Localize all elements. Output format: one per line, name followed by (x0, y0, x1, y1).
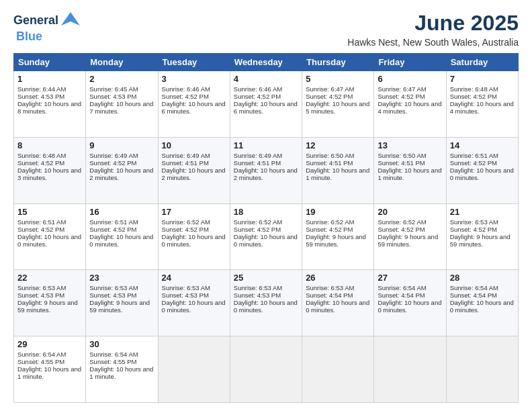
sunset-text: Sunset: 4:51 PM (306, 159, 353, 167)
day-number: 22 (17, 273, 82, 283)
calendar-title: June 2025 (347, 11, 519, 36)
sunset-text: Sunset: 4:54 PM (378, 291, 425, 299)
day-number: 26 (306, 273, 370, 283)
sunset-text: Sunset: 4:53 PM (89, 291, 136, 299)
daylight-text: Daylight: 10 hours and 0 minutes. (306, 299, 369, 314)
day-number: 28 (450, 273, 515, 283)
logo: General Blue (13, 11, 80, 44)
sunrise-text: Sunrise: 6:48 AM (17, 152, 66, 159)
daylight-text: Daylight: 10 hours and 5 minutes. (306, 100, 369, 115)
daylight-text: Daylight: 9 hours and 59 minutes. (17, 299, 78, 314)
day-number: 9 (89, 140, 154, 150)
calendar-subtitle: Hawks Nest, New South Wales, Australia (347, 37, 519, 48)
week-row-5: 29Sunrise: 6:54 AMSunset: 4:55 PMDayligh… (14, 336, 519, 403)
week-row-3: 15Sunrise: 6:51 AMSunset: 4:52 PMDayligh… (14, 203, 519, 270)
calendar-cell: 30Sunrise: 6:54 AMSunset: 4:55 PMDayligh… (86, 336, 158, 403)
day-number: 8 (17, 140, 82, 150)
calendar-cell: 26Sunrise: 6:53 AMSunset: 4:54 PMDayligh… (302, 270, 374, 336)
daylight-text: Daylight: 10 hours and 0 minutes. (89, 233, 153, 248)
sunset-text: Sunset: 4:52 PM (162, 226, 209, 233)
daylight-text: Daylight: 10 hours and 1 minute. (17, 365, 81, 380)
calendar-cell: 14Sunrise: 6:51 AMSunset: 4:52 PMDayligh… (446, 137, 518, 203)
day-number: 2 (89, 74, 154, 84)
sunrise-text: Sunrise: 6:53 AM (306, 284, 354, 291)
daylight-text: Daylight: 10 hours and 0 minutes. (234, 299, 298, 314)
week-row-1: 1Sunrise: 6:44 AMSunset: 4:53 PMDaylight… (14, 71, 519, 138)
sunset-text: Sunset: 4:53 PM (17, 291, 64, 299)
calendar-cell: 16Sunrise: 6:51 AMSunset: 4:52 PMDayligh… (86, 203, 158, 270)
sunrise-text: Sunrise: 6:45 AM (89, 85, 138, 93)
daylight-text: Daylight: 10 hours and 0 minutes. (450, 167, 514, 181)
calendar-cell: 8Sunrise: 6:48 AMSunset: 4:52 PMDaylight… (14, 137, 86, 203)
calendar-cell: 12Sunrise: 6:50 AMSunset: 4:51 PMDayligh… (302, 137, 374, 203)
calendar-cell: 20Sunrise: 6:52 AMSunset: 4:52 PMDayligh… (374, 203, 446, 270)
daylight-text: Daylight: 10 hours and 7 minutes. (89, 100, 153, 115)
daylight-text: Daylight: 10 hours and 8 minutes. (17, 100, 81, 115)
header-tuesday: Tuesday (158, 54, 230, 71)
header-sunday: Sunday (14, 54, 86, 71)
calendar-cell (158, 336, 230, 403)
sunrise-text: Sunrise: 6:54 AM (89, 351, 138, 358)
calendar-cell: 29Sunrise: 6:54 AMSunset: 4:55 PMDayligh… (14, 336, 86, 403)
sunset-text: Sunset: 4:52 PM (89, 159, 136, 167)
calendar-cell: 11Sunrise: 6:49 AMSunset: 4:51 PMDayligh… (230, 137, 302, 203)
sunset-text: Sunset: 4:52 PM (306, 93, 353, 100)
calendar-cell: 13Sunrise: 6:50 AMSunset: 4:51 PMDayligh… (374, 137, 446, 203)
day-number: 20 (378, 207, 442, 217)
daylight-text: Daylight: 9 hours and 59 minutes. (378, 233, 438, 248)
day-number: 29 (17, 339, 82, 349)
calendar-cell: 3Sunrise: 6:46 AMSunset: 4:52 PMDaylight… (158, 71, 230, 138)
sunrise-text: Sunrise: 6:47 AM (378, 85, 426, 93)
calendar-cell (302, 336, 374, 403)
day-number: 18 (234, 207, 298, 217)
header-saturday: Saturday (446, 54, 518, 71)
daylight-text: Daylight: 10 hours and 3 minutes. (17, 167, 81, 181)
daylight-text: Daylight: 10 hours and 4 minutes. (450, 100, 514, 115)
day-number: 16 (89, 207, 154, 217)
daylight-text: Daylight: 10 hours and 4 minutes. (378, 100, 441, 115)
header-wednesday: Wednesday (230, 54, 302, 71)
sunset-text: Sunset: 4:54 PM (450, 291, 497, 299)
svg-marker-0 (61, 12, 80, 26)
sunset-text: Sunset: 4:51 PM (162, 159, 209, 167)
daylight-text: Daylight: 10 hours and 1 minute. (378, 167, 441, 181)
sunset-text: Sunset: 4:52 PM (378, 93, 425, 100)
daylight-text: Daylight: 10 hours and 0 minutes. (162, 299, 226, 314)
calendar-cell: 19Sunrise: 6:52 AMSunset: 4:52 PMDayligh… (302, 203, 374, 270)
sunset-text: Sunset: 4:53 PM (17, 93, 64, 100)
sunset-text: Sunset: 4:52 PM (378, 226, 425, 233)
sunrise-text: Sunrise: 6:49 AM (162, 152, 210, 159)
daylight-text: Daylight: 10 hours and 0 minutes. (17, 233, 81, 248)
day-number: 27 (378, 273, 442, 283)
week-row-2: 8Sunrise: 6:48 AMSunset: 4:52 PMDaylight… (14, 137, 519, 203)
sunrise-text: Sunrise: 6:52 AM (306, 218, 354, 226)
calendar-cell: 17Sunrise: 6:52 AMSunset: 4:52 PMDayligh… (158, 203, 230, 270)
day-number: 4 (234, 74, 298, 84)
sunrise-text: Sunrise: 6:46 AM (234, 85, 282, 93)
header-monday: Monday (86, 54, 158, 71)
calendar-cell: 9Sunrise: 6:49 AMSunset: 4:52 PMDaylight… (86, 137, 158, 203)
day-number: 21 (450, 207, 515, 217)
calendar-cell (230, 336, 302, 403)
sunrise-text: Sunrise: 6:48 AM (450, 85, 498, 93)
daylight-text: Daylight: 10 hours and 6 minutes. (162, 100, 226, 115)
sunrise-text: Sunrise: 6:49 AM (89, 152, 138, 159)
day-number: 10 (162, 140, 226, 150)
sunrise-text: Sunrise: 6:51 AM (89, 218, 138, 226)
sunset-text: Sunset: 4:51 PM (234, 159, 281, 167)
sunset-text: Sunset: 4:52 PM (89, 226, 136, 233)
day-number: 25 (234, 273, 298, 283)
calendar-table: Sunday Monday Tuesday Wednesday Thursday… (13, 53, 519, 403)
sunrise-text: Sunrise: 6:47 AM (306, 85, 354, 93)
sunrise-text: Sunrise: 6:51 AM (17, 218, 66, 226)
title-section: June 2025 Hawks Nest, New South Wales, A… (347, 11, 519, 48)
daylight-text: Daylight: 10 hours and 0 minutes. (450, 299, 514, 314)
day-number: 11 (234, 140, 298, 150)
sunset-text: Sunset: 4:52 PM (162, 93, 209, 100)
daylight-text: Daylight: 10 hours and 1 minute. (89, 365, 153, 380)
sunset-text: Sunset: 4:53 PM (89, 93, 136, 100)
calendar-cell: 4Sunrise: 6:46 AMSunset: 4:52 PMDaylight… (230, 71, 302, 138)
sunset-text: Sunset: 4:53 PM (162, 291, 209, 299)
sunrise-text: Sunrise: 6:46 AM (162, 85, 210, 93)
day-number: 7 (450, 74, 515, 84)
